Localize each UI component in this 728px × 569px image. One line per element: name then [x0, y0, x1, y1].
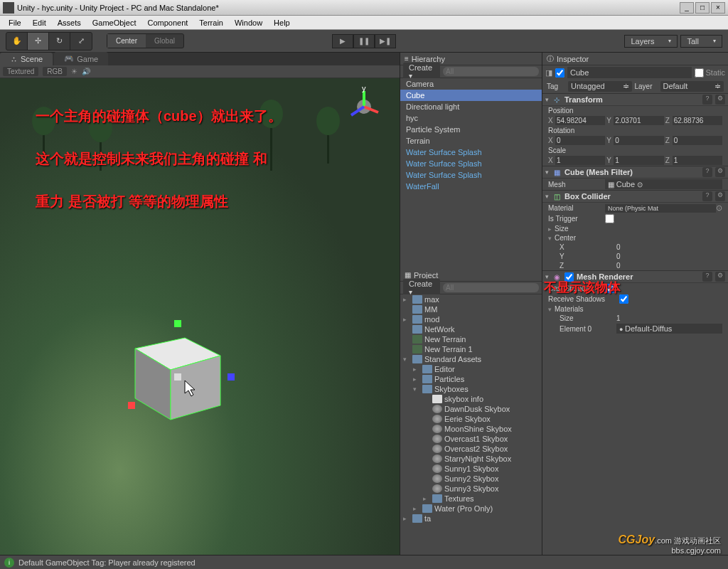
static-toggle[interactable]: Static: [695, 68, 725, 78]
orientation-gizmo[interactable]: y: [343, 85, 385, 128]
layer-dropdown[interactable]: Default≑: [660, 81, 724, 92]
step-button[interactable]: ▶❚: [375, 34, 396, 48]
project-item[interactable]: ▸ta: [400, 514, 542, 523]
castshadows-checkbox[interactable]: [605, 284, 614, 293]
project-item[interactable]: ▸max: [400, 294, 542, 304]
tab-scene[interactable]: ⛬Scene: [0, 53, 53, 65]
help-icon[interactable]: ?: [702, 191, 712, 201]
project-item[interactable]: New Terrain 1: [400, 344, 542, 354]
project-tree[interactable]: ▸maxMM▸modNetWorkNew TerrainNew Terrain …: [400, 294, 542, 569]
materials-label[interactable]: Materials: [555, 305, 611, 313]
hierarchy-item[interactable]: Particle System: [400, 124, 542, 135]
scale-z-field[interactable]: [673, 156, 722, 165]
pos-y-field[interactable]: [614, 116, 663, 125]
boxcollider-component[interactable]: ▾ ◫ Box Collider ? ⚙: [542, 190, 728, 203]
pivot-global[interactable]: Global: [146, 34, 183, 48]
tree-arrow-icon[interactable]: ▸: [413, 366, 420, 373]
tree-arrow-icon[interactable]: ▸: [403, 316, 410, 323]
inspector-header[interactable]: ⓘInspector: [542, 53, 728, 65]
maximize-button[interactable]: □: [695, 2, 710, 14]
center-x[interactable]: 0: [616, 243, 722, 251]
gear-icon[interactable]: ⚙: [715, 191, 725, 201]
hierarchy-item[interactable]: hyc: [400, 112, 542, 124]
help-icon[interactable]: ?: [702, 272, 712, 282]
gear-icon[interactable]: ⚙: [715, 95, 725, 105]
menu-assets[interactable]: Assets: [52, 17, 87, 28]
tree-arrow-icon[interactable]: ▸: [413, 505, 420, 512]
renderer-enabled-checkbox[interactable]: [564, 272, 574, 282]
rotate-tool[interactable]: ↻: [49, 33, 70, 50]
play-button[interactable]: ▶: [332, 34, 353, 48]
menu-gameobject[interactable]: GameObject: [87, 17, 142, 28]
close-button[interactable]: ×: [711, 2, 725, 14]
mesh-value[interactable]: ▦ Cube ⊙: [605, 179, 722, 189]
center-y[interactable]: 0: [616, 252, 722, 260]
menu-terrain[interactable]: Terrain: [193, 17, 229, 28]
menu-file[interactable]: File: [3, 17, 27, 28]
hierarchy-item[interactable]: Directional light: [400, 101, 542, 112]
tree-arrow-icon[interactable]: ▾: [403, 356, 410, 363]
shading-dropdown[interactable]: Textured: [3, 67, 38, 76]
foldout-icon[interactable]: ▾: [545, 169, 549, 176]
project-item[interactable]: ▸Editor: [400, 364, 542, 374]
tree-arrow-icon[interactable]: ▸: [413, 376, 420, 383]
element0-value[interactable]: ● Default-Diffus: [616, 324, 722, 334]
pos-z-field[interactable]: [673, 116, 722, 125]
project-item[interactable]: DawnDusk Skybox: [400, 404, 542, 414]
rendermode-dropdown[interactable]: RGB: [43, 67, 67, 76]
hierarchy-item[interactable]: Water Surface Splash: [400, 169, 542, 181]
move-tool[interactable]: ✢: [28, 33, 49, 50]
minimize-button[interactable]: _: [680, 2, 694, 14]
tree-arrow-icon[interactable]: ▸: [403, 515, 410, 522]
project-item[interactable]: Sunny3 Skybox: [400, 484, 542, 494]
tag-dropdown[interactable]: Untagged≑: [568, 81, 632, 92]
hierarchy-search[interactable]: [443, 67, 539, 76]
project-item[interactable]: ▸Textures: [400, 494, 542, 504]
tree-arrow-icon[interactable]: ▸: [403, 296, 410, 303]
project-item[interactable]: Sunny2 Skybox: [400, 474, 542, 484]
pivot-toggle[interactable]: Center Global: [107, 33, 184, 48]
project-item[interactable]: ▸mod: [400, 314, 542, 324]
light-toggle[interactable]: ☀: [71, 68, 77, 75]
project-item[interactable]: Overcast1 Skybox: [400, 434, 542, 444]
project-item[interactable]: Sunny1 Skybox: [400, 464, 542, 474]
meshfilter-component[interactable]: ▾ ▦ Cube (Mesh Filter) ? ⚙: [542, 166, 728, 179]
project-item[interactable]: MoonShine Skybox: [400, 424, 542, 434]
pos-x-field[interactable]: [555, 116, 605, 125]
hierarchy-item[interactable]: Water Surface Splash: [400, 158, 542, 169]
tab-game[interactable]: 🎮Game: [54, 52, 108, 65]
project-item[interactable]: ▸Water (Pro Only): [400, 504, 542, 514]
foldout-icon[interactable]: ▾: [545, 96, 549, 103]
layout-dropdown[interactable]: Tall: [680, 35, 722, 48]
tree-arrow-icon[interactable]: ▸: [423, 495, 430, 502]
project-item[interactable]: skybox info: [400, 394, 542, 404]
pivot-center[interactable]: Center: [107, 34, 146, 48]
layers-dropdown[interactable]: Layers: [624, 35, 678, 48]
foldout-icon[interactable]: ▾: [545, 273, 549, 280]
pause-button[interactable]: ❚❚: [353, 34, 375, 48]
project-item[interactable]: New Terrain: [400, 334, 542, 344]
gear-icon[interactable]: ⚙: [715, 272, 725, 282]
project-item[interactable]: Eerie Skybox: [400, 414, 542, 424]
center-label[interactable]: Center: [555, 234, 611, 242]
menu-component[interactable]: Component: [141, 17, 193, 28]
project-item[interactable]: ▾Skyboxes: [400, 384, 542, 394]
menu-window[interactable]: Window: [229, 17, 268, 28]
gear-icon[interactable]: ⚙: [715, 167, 725, 177]
object-name-field[interactable]: [567, 67, 692, 78]
material-value[interactable]: None (Physic Mat: [605, 204, 716, 213]
project-item[interactable]: ▸Particles: [400, 374, 542, 384]
help-icon[interactable]: ?: [702, 95, 712, 105]
project-search[interactable]: [443, 283, 539, 292]
project-item[interactable]: Overcast2 Skybox: [400, 444, 542, 454]
recvshadows-checkbox[interactable]: [619, 294, 628, 304]
hierarchy-item[interactable]: Cube: [400, 90, 542, 101]
project-item[interactable]: MM: [400, 304, 542, 314]
scale-tool[interactable]: ⤢: [70, 33, 92, 50]
scene-viewport[interactable]: y 一个主角的碰撞体（cube）就出来了。 这个就是控制未来我们主角的碰撞 和 …: [0, 78, 400, 569]
audio-toggle[interactable]: 🔊: [82, 68, 90, 75]
project-item[interactable]: ▾Standard Assets: [400, 354, 542, 364]
scale-y-field[interactable]: [614, 156, 663, 165]
transform-component[interactable]: ▾ ⊹ Transform ? ⚙: [542, 93, 728, 106]
rot-z-field[interactable]: [673, 136, 722, 145]
